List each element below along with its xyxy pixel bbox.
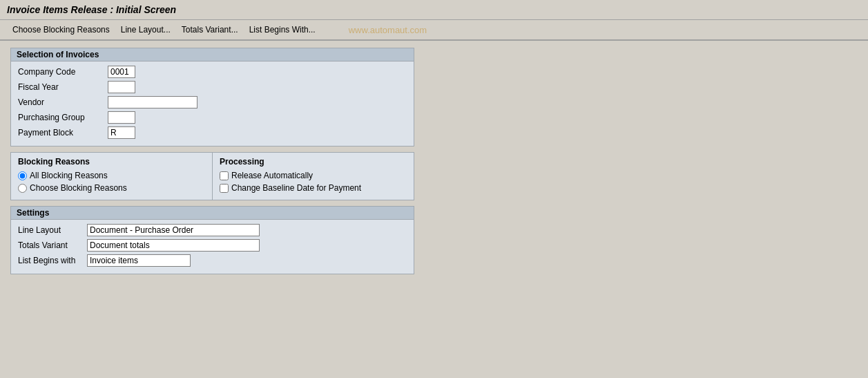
fiscal-year-row: Fiscal Year bbox=[18, 81, 407, 93]
menu-choose-blocking[interactable]: Choose Blocking Reasons bbox=[7, 23, 115, 37]
page-title: Invoice Items Release : Initial Screen bbox=[7, 4, 176, 15]
blocking-reasons-header: Blocking Reasons bbox=[18, 157, 205, 167]
radio-all-blocking-label[interactable]: All Blocking Reasons bbox=[30, 171, 108, 180]
totals-variant-row: Totals Variant bbox=[18, 239, 407, 252]
blocking-reasons-column: Blocking Reasons All Blocking Reasons Ch… bbox=[11, 153, 213, 200]
company-code-input[interactable] bbox=[108, 66, 135, 78]
menu-list-begins-with[interactable]: List Begins With... bbox=[244, 23, 321, 37]
settings-section: Settings Line Layout Totals Variant List… bbox=[10, 206, 414, 274]
selection-header: Selection of Invoices bbox=[11, 48, 414, 62]
vendor-input[interactable] bbox=[108, 96, 197, 108]
release-automatically-checkbox[interactable] bbox=[220, 171, 229, 180]
radio-choose-blocking-row: Choose Blocking Reasons bbox=[18, 183, 205, 193]
line-layout-row: Line Layout bbox=[18, 224, 407, 236]
release-automatically-label[interactable]: Release Automatically bbox=[231, 171, 313, 180]
purchasing-group-input[interactable] bbox=[108, 111, 135, 124]
title-bar: Invoice Items Release : Initial Screen bbox=[0, 0, 868, 20]
purchasing-group-label: Purchasing Group bbox=[18, 113, 108, 122]
watermark: www.automaut.com bbox=[349, 25, 427, 35]
company-code-label: Company Code bbox=[18, 67, 108, 77]
company-code-row: Company Code bbox=[18, 66, 407, 78]
list-begins-label: List Begins with bbox=[18, 256, 87, 265]
release-automatically-row: Release Automatically bbox=[220, 171, 407, 180]
change-baseline-label[interactable]: Change Baseline Date for Payment bbox=[231, 183, 361, 193]
payment-block-row: Payment Block bbox=[18, 126, 407, 139]
payment-block-label: Payment Block bbox=[18, 128, 108, 138]
radio-all-blocking-row: All Blocking Reasons bbox=[18, 171, 205, 180]
totals-variant-input[interactable] bbox=[87, 239, 260, 252]
change-baseline-row: Change Baseline Date for Payment bbox=[220, 183, 407, 193]
line-layout-label: Line Layout bbox=[18, 225, 87, 235]
fiscal-year-label: Fiscal Year bbox=[18, 82, 108, 92]
processing-header: Processing bbox=[220, 157, 407, 167]
settings-body: Line Layout Totals Variant List Begins w… bbox=[11, 220, 414, 274]
vendor-label: Vendor bbox=[18, 97, 108, 107]
selection-body: Company Code Fiscal Year Vendor Purchasi… bbox=[11, 62, 414, 146]
purchasing-group-row: Purchasing Group bbox=[18, 111, 407, 124]
list-begins-input[interactable] bbox=[87, 254, 191, 267]
radio-choose-blocking-label[interactable]: Choose Blocking Reasons bbox=[30, 183, 127, 193]
two-column-container: Blocking Reasons All Blocking Reasons Ch… bbox=[11, 153, 414, 200]
payment-block-input[interactable] bbox=[108, 126, 135, 139]
radio-choose-blocking[interactable] bbox=[18, 184, 27, 193]
fiscal-year-input[interactable] bbox=[108, 81, 135, 93]
totals-variant-label: Totals Variant bbox=[18, 240, 87, 250]
vendor-row: Vendor bbox=[18, 96, 407, 108]
menu-line-layout[interactable]: Line Layout... bbox=[115, 23, 176, 37]
line-layout-input[interactable] bbox=[87, 224, 260, 236]
settings-header: Settings bbox=[11, 207, 414, 220]
main-content: Selection of Invoices Company Code Fisca… bbox=[0, 41, 868, 287]
processing-column: Processing Release Automatically Change … bbox=[213, 153, 414, 200]
selection-section: Selection of Invoices Company Code Fisca… bbox=[10, 48, 414, 147]
blocking-processing-section: Blocking Reasons All Blocking Reasons Ch… bbox=[10, 152, 414, 200]
menu-totals-variant[interactable]: Totals Variant... bbox=[176, 23, 244, 37]
change-baseline-checkbox[interactable] bbox=[220, 184, 229, 193]
menu-bar: Choose Blocking Reasons Line Layout... T… bbox=[0, 20, 868, 41]
radio-all-blocking[interactable] bbox=[18, 171, 27, 180]
list-begins-row: List Begins with bbox=[18, 254, 407, 267]
